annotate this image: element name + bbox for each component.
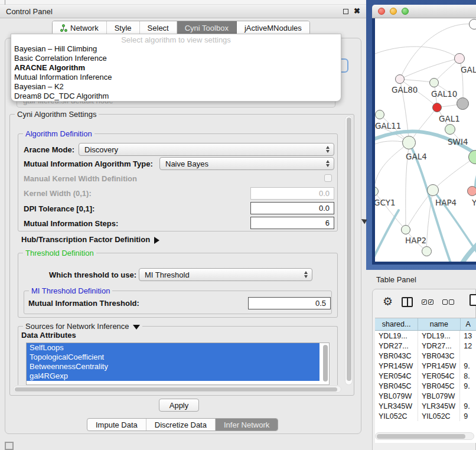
network-node-gal80[interactable] [395,74,405,84]
tab-network[interactable]: Network [53,21,107,34]
settings-vertical-scrollbar[interactable] [345,116,353,385]
table-row[interactable]: YBL079WYBL079W [375,391,476,401]
hub-definition-toggle[interactable]: Hub/Transcription Factor Definition [21,235,159,244]
close-window-icon[interactable] [378,8,385,15]
network-node-swi4[interactable] [445,124,455,135]
cell: YER054C [375,371,418,381]
column-header[interactable]: A [461,318,476,330]
table-row[interactable]: YBR043CYBR043C [375,351,476,361]
table-row[interactable]: YLR345WYLR345W9. [375,401,476,411]
dropdown-item[interactable]: Mutual Information Inference [11,73,341,82]
cell: 13 [460,331,476,341]
dropdown-item[interactable]: Bayesian – K2 [11,82,341,92]
tab-select[interactable]: Select [140,21,177,34]
scrollbar-thumb[interactable] [377,434,465,439]
manual-kernel-width-checkbox[interactable] [324,174,332,182]
network-node-gal10[interactable] [429,78,439,87]
network-node-hap2[interactable] [401,225,410,234]
cell: YPR145W [375,361,418,371]
float-panel-icon[interactable] [343,9,348,14]
cell: YBL079W [418,391,460,401]
network-node[interactable] [454,53,465,64]
node-label: GAL11 [375,121,401,131]
network-node-gray[interactable] [457,97,469,110]
tab-jactivemnodules[interactable]: jActiveMNodules [237,21,309,34]
tab-impute-data[interactable]: Impute Data [87,419,146,431]
mi-threshold-field[interactable]: 0.5 [248,297,331,309]
tab-infer-network[interactable]: Infer Network [216,419,278,431]
settings-horizontal-scrollbar[interactable] [13,386,341,393]
table-row[interactable]: YER054CYER054C8. [375,371,476,381]
dropdown-item-selected[interactable]: ARACNE Algorithm [11,63,341,73]
table-row[interactable]: YBR045CYBR045C9. [375,381,476,391]
cell: YDR27... [418,341,460,351]
deselect-all-icon[interactable] [442,299,454,305]
cyni-bottom-tabs: Impute Data Discretize Data Infer Networ… [87,418,278,431]
kernel-width-field[interactable]: 0.0 [250,187,334,200]
column-header[interactable]: shared... [375,318,418,330]
node-label: GAL [461,65,476,74]
list-item[interactable]: gal4RGexp [27,371,319,381]
scrollbar-thumb[interactable] [347,118,351,381]
gear-icon[interactable]: ⚙ [383,296,393,308]
select-all-icon[interactable]: ✓✓ [422,299,433,305]
table-horizontal-scrollbar[interactable] [375,432,474,440]
table-row[interactable]: YDR27...YDR27...12 [375,341,476,351]
network-view-border: GAL GAL80 GAL10 GAL1 GAL11 SWI4 GAL4 GCY… [372,18,476,265]
node-label: GAL10 [431,89,457,99]
dropdown-item[interactable]: Dream8 DC_TDC Algorithm [11,92,341,101]
network-node-salmon[interactable] [467,186,476,196]
node-table[interactable]: shared... name A YDL19...YDL19...13 YDR2… [375,318,476,443]
aracne-mode-combo[interactable]: Discovery [79,143,334,156]
dpi-tolerance-value: 0.0 [319,204,330,213]
network-node-gal4[interactable] [402,136,416,149]
node-label: GAL1 [439,114,460,123]
which-threshold-combo[interactable]: MI Threshold [139,268,312,281]
table-row[interactable]: YPR145WYPR145W9. [375,361,476,371]
node-label: GCY1 [375,198,396,207]
tab-cyni-toolbox[interactable]: Cyni Toolbox [177,21,237,34]
tab-style[interactable]: Style [107,21,140,34]
network-node[interactable] [469,19,476,30]
table-panel-area: Table Panel ⚙ ✓✓ shared... name A YDL19.… [366,270,476,450]
network-tab-icon [60,24,67,32]
network-window-titlebar[interactable] [372,5,476,18]
cell: YIL052C [418,411,460,421]
collapsed-panel-icon[interactable] [5,442,14,450]
function-builder-icon[interactable] [470,294,476,306]
scrollbar-thumb[interactable] [15,387,337,392]
table-row[interactable]: YDL19...YDL19...13 [375,331,476,341]
tab-discretize-data[interactable]: Discretize Data [146,419,216,431]
dropdown-item[interactable]: Basic Correlation Inference [11,54,341,63]
mi-steps-field[interactable]: 6 [250,217,334,229]
minimize-window-icon[interactable] [390,8,397,15]
zoom-window-icon[interactable] [402,8,409,15]
network-canvas[interactable]: GAL GAL80 GAL10 GAL1 GAL11 SWI4 GAL4 GCY… [375,18,476,262]
mi-algorithm-type-combo[interactable]: Naive Bayes [159,157,334,170]
network-node[interactable] [422,246,432,256]
network-node-gal1[interactable] [432,103,442,112]
dropdown-item[interactable]: Bayesian – Hill Climbing [11,44,341,54]
close-panel-icon[interactable]: ✖ [354,8,360,14]
node-label: GAL80 [392,85,418,94]
cell: 9 [460,411,476,421]
columns-icon[interactable] [402,297,413,307]
tab-jactivemnodules-label: jActiveMNodules [244,24,302,32]
dropdown-placeholder: Select algorithm to view settings [11,34,341,44]
network-node-hap4[interactable] [427,184,439,196]
table-row[interactable]: YIL052CYIL052C9 [375,411,476,421]
column-header[interactable]: name [418,318,460,330]
apply-button[interactable]: Apply [159,399,199,412]
network-node-gal11[interactable] [375,110,384,119]
dpi-tolerance-field[interactable]: 0.0 [250,202,334,214]
sources-title-row[interactable]: Sources for Network Inference [23,322,142,331]
data-attributes-list[interactable]: SelfLoops TopologicalCoefficient Between… [26,343,330,385]
list-item[interactable]: BetweennessCentrality [27,362,319,371]
list-item[interactable]: SelfLoops [27,343,319,353]
list-scrollbar[interactable] [323,345,328,381]
expanded-arrow-icon [133,325,140,330]
list-item[interactable]: TopologicalCoefficient [27,353,319,362]
table-toolbar: ⚙ ✓✓ [373,289,475,314]
mi-steps-value: 6 [325,219,330,227]
node-label: Y [472,198,476,207]
